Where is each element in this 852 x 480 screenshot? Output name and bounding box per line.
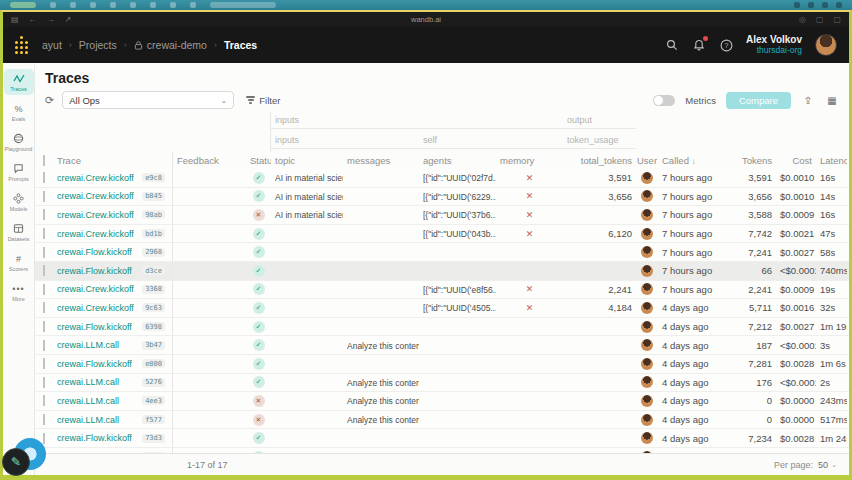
- window-icon[interactable]: ▢: [816, 15, 824, 24]
- cost-value: $0.0021: [780, 228, 814, 239]
- table-row[interactable]: crewai.LLM.callf577✕Analyze this conten.…: [35, 411, 849, 430]
- col-memory[interactable]: memory: [496, 155, 563, 166]
- col-latency[interactable]: Latency: [816, 155, 847, 166]
- help-icon[interactable]: ?: [719, 38, 733, 52]
- col-feedback[interactable]: Feedback: [173, 155, 246, 166]
- table-row[interactable]: crewai.Flow.kickoff2968✓7 hours ago7,241…: [35, 243, 849, 262]
- agents-value: [{"id":"UUID('043b...: [423, 229, 496, 239]
- trace-link[interactable]: crewai.Crew.kickoff: [57, 210, 134, 220]
- search-icon[interactable]: [665, 38, 679, 52]
- table-row[interactable]: crewai.Crew.kickoff9c63✓[{"id":"UUID('45…: [35, 299, 849, 318]
- latency-value: 14s: [820, 191, 835, 202]
- sidebar-item-scorers[interactable]: #Scorers: [4, 249, 34, 275]
- sidebar-item-more[interactable]: •••More: [4, 279, 34, 305]
- sidebar-item-label: Models: [10, 206, 28, 212]
- col-messages[interactable]: messages: [343, 155, 419, 166]
- row-checkbox[interactable]: [43, 172, 45, 183]
- table-row[interactable]: crewai.Crew.kickoffb845✓AI in material s…: [35, 188, 849, 207]
- breadcrumb-user[interactable]: ayut: [42, 39, 62, 51]
- row-checkbox[interactable]: [43, 321, 45, 332]
- table-row[interactable]: crewai.Flow.kickoffe800✓4 days ago7,281$…: [35, 355, 849, 374]
- row-checkbox[interactable]: [43, 265, 45, 276]
- compare-button[interactable]: Compare: [726, 92, 791, 109]
- row-checkbox[interactable]: [43, 284, 45, 295]
- breadcrumb-project[interactable]: crewai-demo: [134, 39, 207, 51]
- table-row[interactable]: crewai.Crew.kickoffe9c8✓AI in material s…: [35, 169, 849, 188]
- sidebar-item-prompts[interactable]: Prompts: [4, 159, 34, 185]
- row-checkbox[interactable]: [43, 377, 45, 388]
- col-called[interactable]: Called ↓: [658, 155, 728, 166]
- row-checkbox[interactable]: [43, 395, 45, 406]
- row-checkbox[interactable]: [43, 414, 45, 425]
- trace-link[interactable]: crewai.Flow.kickoff: [57, 433, 132, 443]
- columns-settings-icon[interactable]: ▦: [825, 95, 839, 106]
- col-cost[interactable]: Cost: [776, 155, 816, 166]
- breadcrumb-projects[interactable]: Projects: [79, 39, 117, 51]
- sidebar-item-evals[interactable]: %Evals: [4, 99, 34, 125]
- sidebar-item-datasets[interactable]: Datasets: [4, 219, 34, 245]
- trace-link[interactable]: crewai.Crew.kickoff: [57, 303, 134, 313]
- user-menu[interactable]: Alex Volkov thursdai-org: [746, 34, 802, 55]
- extension-icon[interactable]: ◎: [799, 15, 806, 24]
- trace-link[interactable]: crewai.LLM.call: [57, 396, 119, 406]
- wandb-logo-icon[interactable]: [15, 36, 28, 54]
- row-checkbox[interactable]: [43, 209, 45, 220]
- table-row[interactable]: crewai.Crew.kickoffbd1b✓[{"id":"UUID('04…: [35, 225, 849, 244]
- row-checkbox[interactable]: [43, 191, 45, 202]
- table-row[interactable]: crewai.LLM.call3b47✓Analyze this conten.…: [35, 336, 849, 355]
- per-page-select[interactable]: 50 ⌄: [818, 460, 837, 470]
- table-row[interactable]: crewai.Crew.kickoff98ab✕AI in material s…: [35, 206, 849, 225]
- row-checkbox[interactable]: [43, 228, 45, 239]
- select-all-checkbox[interactable]: [43, 155, 45, 166]
- table-row[interactable]: crewai.Flow.kickoff73d3✓4 days ago7,234$…: [35, 429, 849, 448]
- table-row[interactable]: crewai.LLM.call5276✓Analyze this conten.…: [35, 374, 849, 393]
- row-checkbox[interactable]: [43, 247, 45, 258]
- trace-link[interactable]: crewai.Crew.kickoff: [57, 229, 134, 239]
- tab-overview-icon[interactable]: ▤: [11, 15, 19, 24]
- table-row[interactable]: crewai.LLM.call4ee3✕Analyze this conten.…: [35, 392, 849, 411]
- avatar[interactable]: [815, 34, 837, 56]
- called-value: 7 hours ago: [662, 284, 712, 295]
- row-checkbox[interactable]: [43, 433, 45, 444]
- filter-button[interactable]: Filter: [242, 93, 284, 108]
- sidebar-item-models[interactable]: Models: [4, 189, 34, 215]
- trace-link[interactable]: crewai.Flow.kickoff: [57, 247, 132, 257]
- trace-link[interactable]: crewai.Flow.kickoff: [57, 359, 132, 369]
- row-checkbox[interactable]: [43, 302, 45, 313]
- trace-link[interactable]: crewai.Crew.kickoff: [57, 191, 134, 201]
- row-checkbox[interactable]: [43, 358, 45, 369]
- forward-icon[interactable]: →: [47, 15, 55, 24]
- col-status[interactable]: Status: [246, 155, 271, 166]
- trace-link[interactable]: crewai.LLM.call: [57, 377, 119, 387]
- col-tokens[interactable]: Tokens: [728, 155, 776, 166]
- sidebar-item-traces[interactable]: Traces: [4, 69, 34, 95]
- trace-link[interactable]: crewai.Crew.kickoff: [57, 284, 134, 294]
- col-user[interactable]: User: [636, 155, 658, 166]
- col-topic[interactable]: topic: [271, 155, 343, 166]
- table-row[interactable]: crewai.Crew.kickoff3368✓[{"id":"UUID('e8…: [35, 281, 849, 300]
- trace-link[interactable]: crewai.LLM.call: [57, 415, 119, 425]
- table-row[interactable]: crewai.Flow.kickoffd3ce✓7 hours ago66<$0…: [35, 262, 849, 281]
- notifications-bell-icon[interactable]: [692, 38, 706, 52]
- annotate-pencil-button[interactable]: ✎: [2, 448, 30, 476]
- user-cell: [636, 339, 658, 351]
- share-icon[interactable]: ↗: [65, 15, 72, 24]
- ops-filter-select[interactable]: All Ops ⌄: [62, 91, 234, 109]
- tokens-cell: 3,588: [728, 209, 776, 220]
- col-total-tokens[interactable]: total_tokens: [563, 155, 636, 166]
- col-agents[interactable]: agents: [419, 155, 496, 166]
- trace-link[interactable]: crewai.Flow.kickoff: [57, 266, 132, 276]
- trace-link[interactable]: crewai.LLM.call: [57, 340, 119, 350]
- refresh-icon[interactable]: ⟳: [45, 94, 54, 107]
- export-icon[interactable]: ⇪: [801, 95, 815, 106]
- metrics-toggle[interactable]: [653, 95, 675, 106]
- sidebar-item-playground[interactable]: Playground: [4, 129, 34, 155]
- col-trace[interactable]: Trace: [53, 152, 173, 169]
- trace-link[interactable]: crewai.Flow.kickoff: [57, 322, 132, 332]
- back-icon[interactable]: ←: [29, 15, 37, 24]
- window-icon[interactable]: ▢: [833, 15, 841, 24]
- table-row[interactable]: crewai.Flow.kickoff6398✓4 days ago7,212$…: [35, 318, 849, 337]
- row-checkbox[interactable]: [43, 340, 45, 351]
- traces-icon: [13, 72, 25, 85]
- trace-link[interactable]: crewai.Crew.kickoff: [57, 173, 134, 183]
